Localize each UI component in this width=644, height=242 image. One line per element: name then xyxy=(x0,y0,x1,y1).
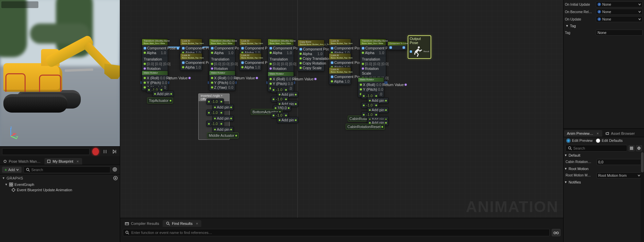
record-button[interactable] xyxy=(92,148,99,155)
tree-label: Event Blueprint Update Animation xyxy=(17,188,72,192)
node-transform-bone[interactable]: Transform (Modify) BoneBone: Main_Arm / … xyxy=(360,39,386,83)
event-icon xyxy=(11,188,15,192)
cabin-rotation-field[interactable]: 0,0 xyxy=(597,159,642,165)
section-label: GRAPHS xyxy=(6,176,23,180)
node-copy-bone[interactable]: Copy BoneSource Bone: Bucket_Arm_1_Top C… xyxy=(298,40,325,71)
svg-rect-17 xyxy=(9,185,11,186)
tree-label: EventGraph xyxy=(14,183,34,187)
tree-event-graph[interactable]: ▼ EventGraph xyxy=(0,182,120,187)
disclosure-icon: ▼ xyxy=(5,183,8,186)
node-output-pose[interactable]: Output Pose Result xyxy=(408,35,431,59)
function-icon: f xyxy=(598,17,601,21)
radio-input-edit-preview[interactable] xyxy=(566,138,571,143)
svg-point-29 xyxy=(569,147,571,149)
tab-find-results[interactable]: Find Results × xyxy=(163,220,202,227)
tab-compiler-results[interactable]: Compiler Results xyxy=(122,220,163,227)
graph-icon xyxy=(9,183,13,187)
svg-rect-15 xyxy=(9,183,11,184)
close-icon[interactable]: × xyxy=(77,159,79,163)
axis-gizmo: Z X Y xyxy=(7,127,19,139)
tab-label: Anim Preview… xyxy=(567,131,593,135)
svg-line-30 xyxy=(571,149,572,150)
svg-point-24 xyxy=(126,231,128,234)
tab-asset-browser[interactable]: Asset Browser xyxy=(603,130,638,137)
node-var-cabinrotationreset[interactable]: CabinRotationReset xyxy=(346,124,385,130)
section-notifies[interactable]: ▼ Notifies xyxy=(564,179,644,185)
svg-point-35 xyxy=(638,148,640,149)
pose-pin-in[interactable] xyxy=(410,50,412,53)
node-mini-[interactable]: -1.0 xyxy=(206,110,224,116)
tab-anim-preview[interactable]: Anim Preview… × xyxy=(564,130,602,137)
prop-on-become-relevant: On Become Rel… f None xyxy=(565,8,643,15)
node-look-at[interactable]: Look AtBone: Bucket_Top / Arm Component … xyxy=(329,67,351,85)
settings-button[interactable] xyxy=(636,145,642,151)
node-look-at[interactable]: Look AtBone: Bucket_Top / Arm Component … xyxy=(180,53,202,71)
preview-properties: ▼ Default Cabin Rotation… 0,0 ▼ Root Mot… xyxy=(564,152,644,242)
combo-on-initial-update[interactable]: f None xyxy=(596,1,643,7)
radio-edit-preview[interactable]: Edit Preview xyxy=(566,138,592,143)
search-input[interactable] xyxy=(31,168,108,172)
plus-icon: + xyxy=(5,168,7,172)
node-mini-[interactable]: -1.0 xyxy=(206,98,224,105)
my-blueprint-search[interactable] xyxy=(24,166,110,173)
transport-bar xyxy=(0,146,120,156)
folder-icon xyxy=(606,132,609,135)
step-forward-button[interactable] xyxy=(111,148,118,155)
combo-on-update[interactable]: f None xyxy=(596,16,643,22)
tab-pose-watch-manager[interactable]: Pose Watch Man… xyxy=(1,158,44,165)
node-look-at[interactable]: Look AtBone: Bucket_Top / Arm Component … xyxy=(239,53,262,71)
node-var-middle-actuator[interactable]: Middle Actuator xyxy=(207,132,239,138)
section-graphs[interactable]: ▼ GRAPHS xyxy=(0,174,120,182)
tree-event-bp-update-animation[interactable]: Event Blueprint Update Animation xyxy=(0,187,120,193)
combo-on-become-relevant[interactable]: f None xyxy=(596,9,643,15)
preview-search[interactable] xyxy=(566,145,627,152)
svg-point-19 xyxy=(418,46,420,48)
chevron-down-icon xyxy=(16,168,19,171)
grid-view-button[interactable] xyxy=(629,145,635,151)
timeline-scrubber[interactable] xyxy=(2,148,90,155)
find-in-all-button[interactable] xyxy=(552,229,561,236)
node-mini-add-pin[interactable]: Add pin xyxy=(212,126,234,132)
node-mini-add-pin[interactable]: Add pin xyxy=(152,91,174,97)
function-icon: f xyxy=(598,10,601,13)
close-icon[interactable]: × xyxy=(196,221,198,226)
gear-icon[interactable] xyxy=(112,167,118,172)
combo-root-motion-mode[interactable]: Root Motion from xyxy=(597,172,642,178)
svg-point-27 xyxy=(556,232,558,234)
radio-edit-defaults[interactable]: Edit Defaults xyxy=(596,138,622,143)
section-default[interactable]: ▼ Default xyxy=(564,152,644,158)
radio-input-edit-defaults[interactable] xyxy=(596,138,600,143)
node-mini-add-pin[interactable]: Add pin xyxy=(277,117,298,123)
prop-on-initial-update: On Initial Update f None xyxy=(565,1,643,8)
preview-viewport[interactable]: Z X Y xyxy=(0,0,120,146)
svg-rect-32 xyxy=(632,147,633,148)
close-icon[interactable]: × xyxy=(597,131,599,135)
section-root-motion[interactable]: ▼ Root Motion xyxy=(564,166,644,172)
tab-my-blueprint[interactable]: My Blueprint × xyxy=(44,158,82,165)
node-component-to-local[interactable]: Component To Local xyxy=(387,41,407,50)
node-var-topactuator[interactable]: TopActuator xyxy=(147,97,173,104)
graph-watermark: ANIMATION xyxy=(466,198,558,216)
viewport-options-button[interactable] xyxy=(1,1,38,8)
search-icon xyxy=(166,221,170,226)
tag-value-field[interactable]: None xyxy=(596,30,643,36)
find-results-search[interactable] xyxy=(123,229,550,236)
scrollbar-thumb[interactable] xyxy=(641,152,644,172)
search-icon xyxy=(26,168,30,172)
binoculars-icon xyxy=(553,231,559,235)
anim-graph-canvas[interactable]: ANIMATION Inverted Angle + Offset Output… xyxy=(120,0,563,218)
preview-mode-radios: Edit Preview Edit Defaults xyxy=(564,137,644,144)
node-make-rotator[interactable]: Make Rotator X (Roll)0.0Return Value Y (… xyxy=(209,71,235,91)
pause-button[interactable] xyxy=(102,148,108,155)
svg-rect-34 xyxy=(632,149,633,150)
preview-search-input[interactable] xyxy=(573,146,625,150)
node-mini-[interactable]: -1.0 xyxy=(206,121,224,127)
section-tag[interactable]: ▼ Tag xyxy=(565,23,643,29)
tab-label: Pose Watch Man… xyxy=(9,159,40,163)
compiler-icon xyxy=(125,221,129,226)
add-graph-button[interactable] xyxy=(113,176,118,180)
find-input[interactable] xyxy=(131,231,547,235)
search-icon xyxy=(125,231,129,235)
add-button[interactable]: + Add xyxy=(2,167,22,173)
tab-label: Asset Browser xyxy=(611,131,635,135)
